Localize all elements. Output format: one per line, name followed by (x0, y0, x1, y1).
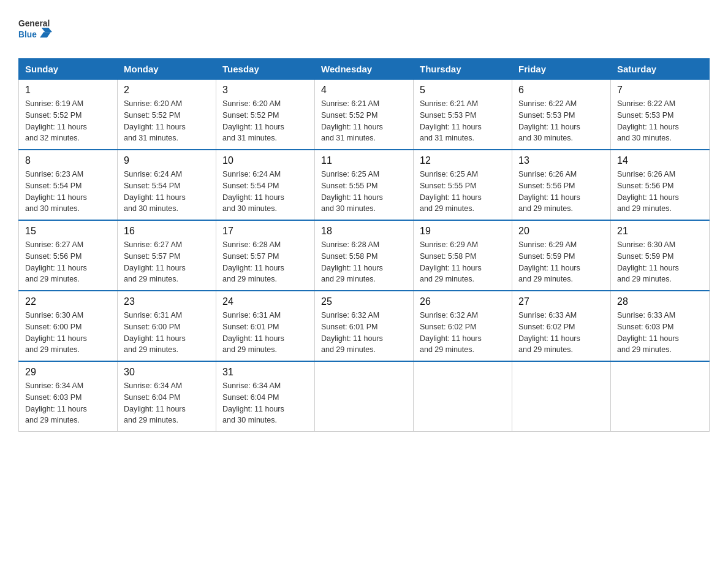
day-info: Sunrise: 6:34 AMSunset: 6:04 PMDaylight:… (124, 380, 210, 426)
day-number: 7 (617, 85, 703, 96)
day-number: 15 (25, 226, 111, 237)
day-info: Sunrise: 6:20 AMSunset: 5:52 PMDaylight:… (124, 98, 210, 144)
calendar-cell: 22Sunrise: 6:30 AMSunset: 6:00 PMDayligh… (19, 291, 118, 361)
logo-icon: General Blue (18, 12, 52, 46)
calendar-cell: 15Sunrise: 6:27 AMSunset: 5:56 PMDayligh… (19, 220, 118, 291)
calendar-cell: 19Sunrise: 6:29 AMSunset: 5:58 PMDayligh… (414, 220, 512, 291)
day-info: Sunrise: 6:29 AMSunset: 5:59 PMDaylight:… (518, 239, 604, 285)
calendar-cell: 1Sunrise: 6:19 AMSunset: 5:52 PMDaylight… (19, 80, 118, 150)
calendar-cell: 2Sunrise: 6:20 AMSunset: 5:52 PMDaylight… (118, 80, 216, 150)
calendar-cell: 9Sunrise: 6:24 AMSunset: 5:54 PMDaylight… (118, 150, 216, 220)
day-number: 13 (518, 155, 604, 166)
day-info: Sunrise: 6:30 AMSunset: 5:59 PMDaylight:… (617, 239, 703, 285)
day-number: 4 (321, 85, 407, 96)
day-number: 26 (420, 296, 506, 307)
calendar-cell: 6Sunrise: 6:22 AMSunset: 5:53 PMDaylight… (512, 80, 611, 150)
day-number: 29 (25, 367, 111, 378)
calendar-cell: 14Sunrise: 6:26 AMSunset: 5:56 PMDayligh… (611, 150, 710, 220)
day-number: 18 (321, 226, 407, 237)
day-info: Sunrise: 6:33 AMSunset: 6:03 PMDaylight:… (617, 310, 703, 356)
day-info: Sunrise: 6:24 AMSunset: 5:54 PMDaylight:… (222, 169, 308, 215)
day-number: 14 (617, 155, 703, 166)
calendar-cell: 17Sunrise: 6:28 AMSunset: 5:57 PMDayligh… (216, 220, 315, 291)
calendar-header-row: SundayMondayTuesdayWednesdayThursdayFrid… (19, 59, 710, 80)
day-number: 31 (222, 367, 308, 378)
calendar-cell: 16Sunrise: 6:27 AMSunset: 5:57 PMDayligh… (118, 220, 216, 291)
day-info: Sunrise: 6:19 AMSunset: 5:52 PMDaylight:… (25, 98, 111, 144)
day-number: 22 (25, 296, 111, 307)
header-monday: Monday (118, 59, 216, 80)
calendar-cell: 3Sunrise: 6:20 AMSunset: 5:52 PMDaylight… (216, 80, 315, 150)
calendar-cell: 21Sunrise: 6:30 AMSunset: 5:59 PMDayligh… (611, 220, 710, 291)
day-number: 30 (124, 367, 210, 378)
calendar-cell: 28Sunrise: 6:33 AMSunset: 6:03 PMDayligh… (611, 291, 710, 361)
day-number: 1 (25, 85, 111, 96)
calendar-cell: 8Sunrise: 6:23 AMSunset: 5:54 PMDaylight… (19, 150, 118, 220)
calendar-cell: 31Sunrise: 6:34 AMSunset: 6:04 PMDayligh… (216, 361, 315, 432)
calendar-cell: 18Sunrise: 6:28 AMSunset: 5:58 PMDayligh… (315, 220, 414, 291)
week-row-1: 1Sunrise: 6:19 AMSunset: 5:52 PMDaylight… (19, 80, 710, 150)
week-row-3: 15Sunrise: 6:27 AMSunset: 5:56 PMDayligh… (19, 220, 710, 291)
day-info: Sunrise: 6:32 AMSunset: 6:01 PMDaylight:… (321, 310, 407, 356)
day-number: 16 (124, 226, 210, 237)
calendar-cell: 10Sunrise: 6:24 AMSunset: 5:54 PMDayligh… (216, 150, 315, 220)
header-saturday: Saturday (611, 59, 710, 80)
header-tuesday: Tuesday (216, 59, 315, 80)
calendar-cell: 24Sunrise: 6:31 AMSunset: 6:01 PMDayligh… (216, 291, 315, 361)
day-info: Sunrise: 6:21 AMSunset: 5:52 PMDaylight:… (321, 98, 407, 144)
day-info: Sunrise: 6:24 AMSunset: 5:54 PMDaylight:… (124, 169, 210, 215)
day-number: 28 (617, 296, 703, 307)
day-info: Sunrise: 6:22 AMSunset: 5:53 PMDaylight:… (518, 98, 604, 144)
day-number: 24 (222, 296, 308, 307)
week-row-4: 22Sunrise: 6:30 AMSunset: 6:00 PMDayligh… (19, 291, 710, 361)
day-info: Sunrise: 6:32 AMSunset: 6:02 PMDaylight:… (420, 310, 506, 356)
day-number: 23 (124, 296, 210, 307)
header-thursday: Thursday (414, 59, 512, 80)
logo: General Blue (18, 12, 52, 46)
day-info: Sunrise: 6:22 AMSunset: 5:53 PMDaylight:… (617, 98, 703, 144)
day-info: Sunrise: 6:34 AMSunset: 6:03 PMDaylight:… (25, 380, 111, 426)
day-info: Sunrise: 6:27 AMSunset: 5:57 PMDaylight:… (124, 239, 210, 285)
svg-text:General: General (18, 19, 50, 28)
day-number: 11 (321, 155, 407, 166)
calendar-cell: 5Sunrise: 6:21 AMSunset: 5:53 PMDaylight… (414, 80, 512, 150)
svg-marker-1 (42, 28, 52, 32)
svg-text:Blue: Blue (18, 30, 37, 39)
day-number: 17 (222, 226, 308, 237)
day-info: Sunrise: 6:26 AMSunset: 5:56 PMDaylight:… (617, 169, 703, 215)
calendar-cell: 7Sunrise: 6:22 AMSunset: 5:53 PMDaylight… (611, 80, 710, 150)
day-number: 3 (222, 85, 308, 96)
calendar-cell: 11Sunrise: 6:25 AMSunset: 5:55 PMDayligh… (315, 150, 414, 220)
day-info: Sunrise: 6:31 AMSunset: 6:01 PMDaylight:… (222, 310, 308, 356)
day-number: 10 (222, 155, 308, 166)
day-number: 5 (420, 85, 506, 96)
day-info: Sunrise: 6:25 AMSunset: 5:55 PMDaylight:… (321, 169, 407, 215)
calendar-cell: 29Sunrise: 6:34 AMSunset: 6:03 PMDayligh… (19, 361, 118, 432)
day-number: 27 (518, 296, 604, 307)
day-number: 25 (321, 296, 407, 307)
header-friday: Friday (512, 59, 611, 80)
day-info: Sunrise: 6:29 AMSunset: 5:58 PMDaylight:… (420, 239, 506, 285)
header-wednesday: Wednesday (315, 59, 414, 80)
calendar-cell: 26Sunrise: 6:32 AMSunset: 6:02 PMDayligh… (414, 291, 512, 361)
day-info: Sunrise: 6:20 AMSunset: 5:52 PMDaylight:… (222, 98, 308, 144)
day-info: Sunrise: 6:31 AMSunset: 6:00 PMDaylight:… (124, 310, 210, 356)
calendar-cell: 20Sunrise: 6:29 AMSunset: 5:59 PMDayligh… (512, 220, 611, 291)
calendar-cell: 12Sunrise: 6:25 AMSunset: 5:55 PMDayligh… (414, 150, 512, 220)
week-row-2: 8Sunrise: 6:23 AMSunset: 5:54 PMDaylight… (19, 150, 710, 220)
svg-marker-2 (40, 32, 51, 37)
day-info: Sunrise: 6:30 AMSunset: 6:00 PMDaylight:… (25, 310, 111, 356)
day-info: Sunrise: 6:23 AMSunset: 5:54 PMDaylight:… (25, 169, 111, 215)
day-number: 21 (617, 226, 703, 237)
day-number: 2 (124, 85, 210, 96)
day-number: 19 (420, 226, 506, 237)
calendar-cell: 23Sunrise: 6:31 AMSunset: 6:00 PMDayligh… (118, 291, 216, 361)
day-number: 9 (124, 155, 210, 166)
calendar-cell (315, 361, 414, 432)
calendar-cell: 4Sunrise: 6:21 AMSunset: 5:52 PMDaylight… (315, 80, 414, 150)
calendar-cell: 30Sunrise: 6:34 AMSunset: 6:04 PMDayligh… (118, 361, 216, 432)
day-number: 12 (420, 155, 506, 166)
calendar-cell: 25Sunrise: 6:32 AMSunset: 6:01 PMDayligh… (315, 291, 414, 361)
header-sunday: Sunday (19, 59, 118, 80)
calendar-cell: 27Sunrise: 6:33 AMSunset: 6:02 PMDayligh… (512, 291, 611, 361)
